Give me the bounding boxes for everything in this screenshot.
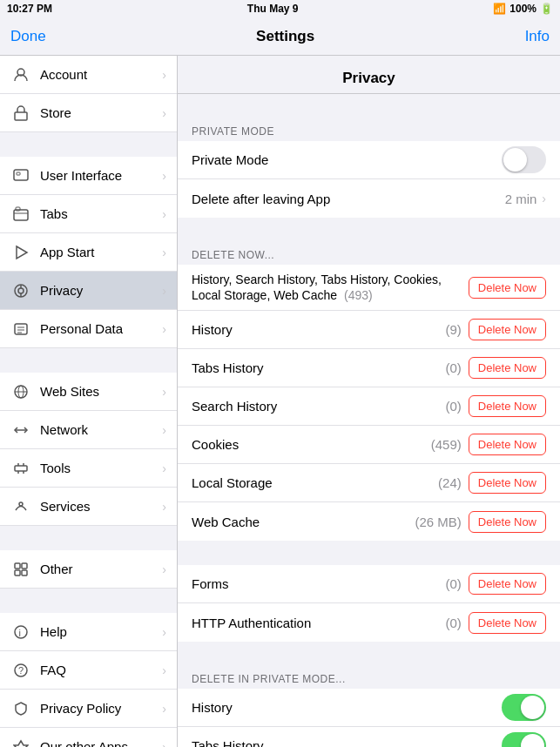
svg-rect-26 [15, 570, 20, 575]
sidebar-item-privacy-policy[interactable]: Privacy Policy › [0, 690, 177, 728]
wifi-icon: 📶 [493, 3, 506, 15]
sidebar-label-app-start: App Start [40, 245, 162, 259]
section-header-delete-now: DELETE NOW... [178, 242, 560, 265]
sidebar-item-tabs[interactable]: Tabs › [0, 195, 177, 233]
sidebar-item-tools[interactable]: Tools › [0, 449, 177, 488]
label-local-storage: Local Storage [192, 475, 438, 490]
count-http-auth-delete: (0) [445, 616, 461, 630]
svg-rect-3 [17, 172, 20, 175]
sidebar-item-faq[interactable]: ? FAQ › [0, 651, 177, 690]
chevron-delete-after-leaving: › [542, 192, 546, 205]
sidebar-item-account[interactable]: Account › [0, 56, 177, 94]
label-delete-after-leaving: Delete after leaving App [192, 192, 505, 206]
row-delete-after-leaving[interactable]: Delete after leaving App 2 min › [178, 179, 560, 218]
svg-rect-27 [22, 570, 27, 575]
delete-http-auth-button[interactable]: Delete Now [469, 612, 546, 634]
svg-rect-24 [15, 563, 20, 569]
websites-icon [10, 381, 31, 402]
label-pm-tabs-history: Tabs History [192, 738, 502, 747]
sidebar-item-app-start[interactable]: App Start › [0, 233, 177, 272]
delete-web-cache-button[interactable]: Delete Now [469, 511, 546, 533]
sidebar-item-our-other-apps[interactable]: Our other Apps › [0, 728, 177, 747]
sidebar-item-personal-data[interactable]: Personal Data › [0, 310, 177, 348]
right-panel-title: Privacy [342, 70, 395, 87]
our-other-apps-icon [10, 737, 31, 748]
status-bar: 10:27 PM Thu May 9 📶 100% 🔋 [0, 0, 560, 17]
svg-text:i: i [19, 627, 21, 637]
delete-tabs-history-button[interactable]: Delete Now [469, 357, 546, 379]
chevron-icon: › [162, 385, 166, 399]
sidebar-group-1: Account › Store › [0, 56, 177, 132]
chevron-icon: › [162, 702, 166, 716]
sidebar-label-tabs: Tabs [40, 206, 162, 221]
row-forms-delete: Forms (0) Delete Now [178, 565, 560, 603]
label-web-cache: Web Cache [192, 515, 415, 529]
count-web-cache: (26 MB) [415, 515, 461, 529]
chevron-icon: › [162, 500, 166, 514]
sidebar-item-services[interactable]: Services › [0, 488, 177, 526]
delete-search-history-button[interactable]: Delete Now [469, 395, 546, 417]
sidebar-item-websites[interactable]: Web Sites › [0, 373, 177, 411]
nav-title: Settings [256, 28, 314, 45]
sidebar-label-ui: User Interface [40, 168, 162, 183]
app-start-icon [10, 242, 31, 263]
row-local-storage: Local Storage (24) Delete Now [178, 464, 560, 502]
delete-cookies-button[interactable]: Delete Now [469, 434, 546, 455]
faq-icon: ? [10, 660, 31, 681]
svg-rect-2 [14, 170, 28, 180]
delete-local-storage-button[interactable]: Delete Now [469, 472, 546, 494]
account-icon [10, 64, 31, 85]
label-delete-all: History, Search History, Tabs History, C… [192, 265, 469, 310]
other-icon [10, 559, 31, 580]
status-date: Thu May 9 [247, 3, 299, 15]
delete-forms-button[interactable]: Delete Now [469, 573, 546, 595]
toggle-pm-history[interactable] [502, 694, 546, 721]
done-button[interactable]: Done [10, 28, 46, 45]
sidebar-label-faq: FAQ [40, 663, 162, 677]
count-history: (9) [445, 322, 461, 337]
sidebar-label-our-other-apps: Our other Apps [40, 739, 162, 747]
row-web-cache: Web Cache (26 MB) Delete Now [178, 502, 560, 541]
battery-text: 100% [509, 3, 536, 15]
label-pm-history: History [192, 700, 502, 715]
sidebar-group-2: User Interface › Tabs › App Start › [0, 157, 177, 348]
svg-rect-25 [22, 563, 27, 569]
sidebar-item-network[interactable]: Network › [0, 411, 177, 449]
sidebar-label-network: Network [40, 422, 162, 437]
label-http-auth-delete: HTTP Authentication [192, 616, 445, 630]
sidebar-label-store: Store [40, 105, 162, 120]
sidebar-item-help[interactable]: i Help › [0, 613, 177, 651]
svg-point-28 [15, 626, 27, 638]
sidebar-gap-2 [0, 348, 177, 373]
info-button[interactable]: Info [525, 28, 550, 45]
svg-point-23 [19, 502, 23, 506]
sidebar-group-5: i Help › ? FAQ › Privacy Policy › [0, 613, 177, 747]
sidebar-item-store[interactable]: Store › [0, 94, 177, 132]
battery-icon: 🔋 [540, 3, 553, 15]
delete-all-button[interactable]: Delete Now [469, 277, 546, 299]
status-time: 10:27 PM [7, 3, 52, 15]
sidebar-label-privacy-policy: Privacy Policy [40, 701, 162, 716]
network-icon [10, 420, 31, 441]
chevron-icon: › [162, 246, 166, 259]
sidebar-item-other[interactable]: Other › [0, 550, 177, 589]
label-forms-delete: Forms [192, 576, 445, 591]
sidebar-item-user-interface[interactable]: User Interface › [0, 157, 177, 195]
chevron-icon: › [162, 625, 166, 639]
sidebar-label-services: Services [40, 499, 162, 514]
label-cookies: Cookies [192, 437, 431, 452]
sep4 [178, 642, 560, 666]
toggle-private-mode[interactable] [502, 146, 546, 173]
row-delete-all: History, Search History, Tabs History, C… [178, 265, 560, 311]
sidebar-item-privacy[interactable]: Privacy › [0, 272, 177, 310]
privacy-icon [10, 280, 31, 301]
toggle-pm-tabs-history[interactable] [502, 732, 546, 747]
private-mode-delete-group: History Tabs History Search History Cook… [178, 689, 560, 747]
svg-marker-6 [17, 246, 27, 259]
services-icon [10, 496, 31, 517]
row-pm-tabs-history: Tabs History [178, 727, 560, 747]
delete-history-button[interactable]: Delete Now [469, 319, 546, 340]
help-icon: i [10, 622, 31, 643]
row-tabs-history: Tabs History (0) Delete Now [178, 349, 560, 387]
sep1 [178, 94, 560, 118]
